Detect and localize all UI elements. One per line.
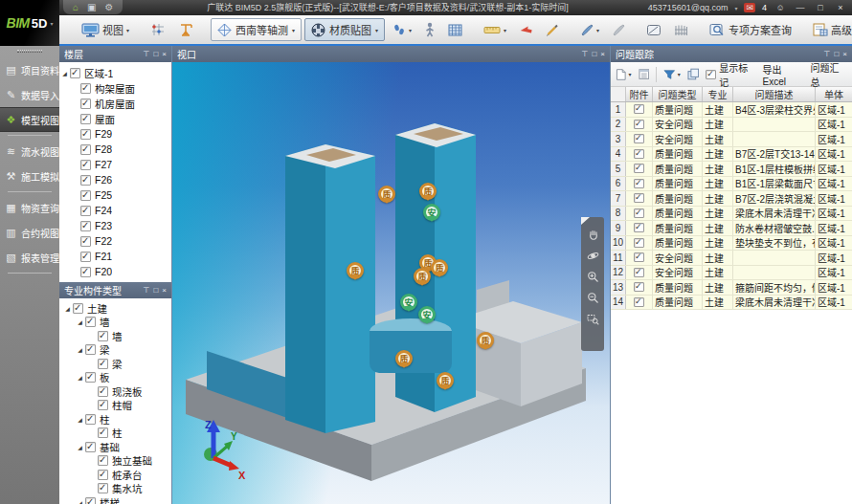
tree-row-floor[interactable]: F22: [59, 233, 171, 249]
checkbox-icon[interactable]: [634, 252, 644, 262]
special-plan-query-button[interactable]: 专项方案查询: [705, 19, 796, 40]
close-icon[interactable]: ×: [162, 286, 167, 295]
save-icon[interactable]: ▣: [87, 0, 96, 14]
checkbox-icon[interactable]: [98, 400, 108, 410]
issue-summary-button[interactable]: 问题汇总: [810, 60, 847, 89]
quality-issue-pin[interactable]: 质: [437, 372, 454, 389]
checkbox-icon[interactable]: [634, 223, 644, 232]
sidebar-item-contract-view[interactable]: ▥合约视图: [0, 220, 59, 245]
issue-row[interactable]: 13质量问题土建箍筋间距不均匀，倾斜区域-1: [611, 280, 852, 296]
checkbox-icon[interactable]: [634, 238, 644, 248]
tree-row-floor[interactable]: F20: [59, 264, 171, 279]
checkbox-icon[interactable]: [98, 470, 108, 480]
measure-button[interactable]: ▾: [479, 23, 511, 37]
feedback-icon[interactable]: ☺: [774, 3, 787, 12]
issue-row[interactable]: 11安全问题土建区域-1: [611, 251, 852, 266]
checkbox-icon[interactable]: [85, 344, 96, 355]
checkbox-icon[interactable]: [634, 193, 644, 203]
checkbox-icon[interactable]: [85, 414, 96, 425]
issue-form-icon[interactable]: [639, 68, 650, 80]
grid-fence-button[interactable]: [669, 21, 693, 39]
tree-row-floor[interactable]: F26: [59, 172, 171, 187]
tree-row-type[interactable]: 桩承台: [59, 468, 171, 482]
tree-row-floor[interactable]: 构架屋面: [59, 80, 171, 96]
tree-row-type[interactable]: ◢楼梯: [59, 495, 171, 504]
tree-row-floor[interactable]: F23: [59, 218, 171, 233]
pin-icon[interactable]: ⊤: [144, 50, 150, 58]
issue-row[interactable]: 8质量问题土建梁底木屑未清理干净区域-1: [611, 207, 852, 222]
quality-issue-pin[interactable]: 质: [477, 332, 494, 349]
maximize-icon[interactable]: □: [592, 50, 596, 58]
checkbox-icon[interactable]: [70, 68, 80, 78]
checkbox-icon[interactable]: [85, 442, 96, 452]
tree-row-type[interactable]: 梁: [59, 357, 171, 371]
maximize-button[interactable]: □: [814, 3, 827, 12]
tree-row-type[interactable]: 柱帽: [59, 399, 171, 413]
safety-issue-pin[interactable]: 安: [423, 204, 440, 221]
new-issue-caret-icon[interactable]: ▾: [629, 71, 632, 77]
view-cube-dropdown[interactable]: 西南等轴测 ▾: [211, 18, 302, 41]
zoom-out-icon[interactable]: [587, 292, 599, 304]
filter-caret-icon[interactable]: ▾: [678, 71, 681, 77]
tree-row-floor[interactable]: 屋面: [59, 111, 171, 126]
quality-issue-pin[interactable]: 质: [414, 268, 431, 285]
checkbox-icon[interactable]: [98, 386, 108, 397]
checkbox-icon[interactable]: [634, 149, 644, 159]
pin-icon[interactable]: ⊤: [582, 50, 589, 58]
checkbox-icon[interactable]: [98, 483, 108, 493]
issue-row[interactable]: 7质量问题土建B7区-2层浇筑混凝土时...区域-1: [611, 191, 852, 207]
maximize-icon[interactable]: □: [153, 50, 158, 58]
checkbox-icon[interactable]: [80, 144, 91, 155]
checkbox-icon[interactable]: [80, 129, 91, 140]
sidebar-item-data-import[interactable]: ✎数据导入: [0, 82, 59, 107]
issue-row[interactable]: 2安全问题土建区域-1: [611, 118, 852, 133]
checkbox-icon[interactable]: [80, 83, 91, 94]
tree-row-type[interactable]: 独立基础: [59, 454, 171, 469]
annotate-pen-button[interactable]: [541, 20, 564, 39]
export-excel-button[interactable]: 导出Excel: [762, 62, 803, 87]
col-major[interactable]: 专业: [703, 87, 733, 101]
col-issue-type[interactable]: 问题类型: [653, 87, 703, 101]
home-icon[interactable]: ⌂: [73, 0, 78, 14]
show-marks-checkbox[interactable]: 显示标记: [706, 60, 755, 89]
expander-icon[interactable]: ◢: [75, 346, 85, 353]
checkbox-icon[interactable]: [634, 120, 644, 129]
sidebar-item-project-info[interactable]: ▤项目资料: [0, 57, 59, 82]
minimize-button[interactable]: —: [794, 3, 807, 12]
expander-icon[interactable]: ◢: [75, 318, 85, 325]
expander-icon[interactable]: ◢: [75, 444, 85, 450]
checkbox-icon[interactable]: [98, 359, 108, 369]
checkbox-icon[interactable]: [98, 427, 108, 438]
checkbox-icon[interactable]: [80, 160, 91, 170]
checkbox-icon[interactable]: [80, 206, 91, 216]
tree-row-type[interactable]: 集水坑: [59, 482, 171, 496]
expander-icon[interactable]: ◢: [62, 305, 73, 312]
tree-row-floor[interactable]: F21: [59, 249, 171, 264]
checkbox-icon[interactable]: [85, 372, 96, 383]
tree-row-floor[interactable]: 机房屋面: [59, 96, 171, 111]
issue-row[interactable]: 1质量问题土建B4区-3层梁柱交界处胀...区域-1: [611, 102, 852, 118]
tree-row-floor[interactable]: F27: [59, 157, 171, 172]
checkbox-icon[interactable]: [80, 252, 91, 262]
crane-button[interactable]: [173, 19, 199, 40]
checkbox-icon[interactable]: [98, 331, 108, 341]
person-view-button[interactable]: [419, 19, 440, 40]
tree-row-type[interactable]: ◢土建: [59, 301, 171, 316]
checkbox-icon[interactable]: [634, 297, 644, 307]
checkbox-icon[interactable]: [73, 303, 83, 314]
checkbox-icon[interactable]: [80, 114, 91, 124]
col-unit[interactable]: 单体: [816, 87, 852, 101]
advanced-quantity-query-button[interactable]: 高级工程量查询: [808, 19, 852, 40]
quality-issue-pin[interactable]: 质: [347, 262, 364, 279]
tree-row-type[interactable]: ◢梁: [59, 343, 171, 358]
close-icon[interactable]: ×: [842, 50, 847, 58]
3d-canvas[interactable]: 质质安质质质质安安质质质 Z Y X: [172, 62, 610, 504]
checkbox-icon[interactable]: [634, 282, 644, 292]
issue-row[interactable]: 3安全问题土建区域-1: [611, 132, 852, 147]
view-button[interactable]: 视图 ▾: [77, 19, 134, 40]
checkbox-icon[interactable]: [80, 221, 91, 231]
expander-icon[interactable]: ◢: [75, 374, 85, 381]
expander-icon[interactable]: ◢: [75, 499, 85, 504]
checkbox-icon[interactable]: [80, 267, 91, 277]
zoom-in-icon[interactable]: [587, 271, 599, 283]
